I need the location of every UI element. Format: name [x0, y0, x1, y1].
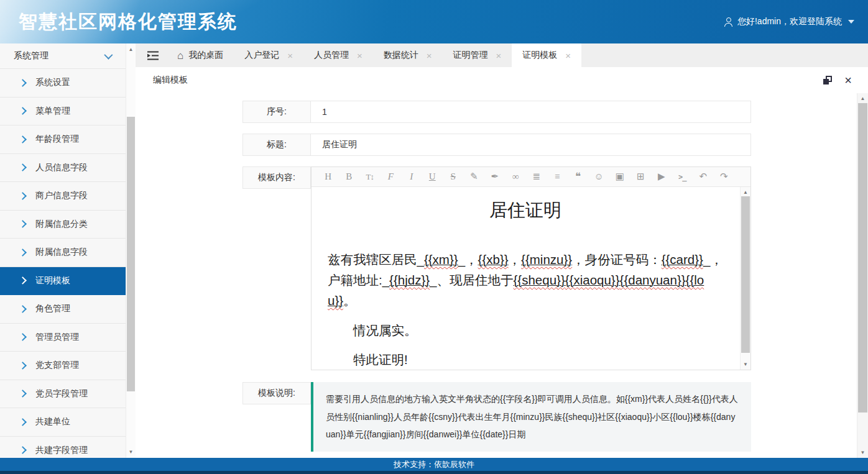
video-icon[interactable]: ▶ — [651, 172, 672, 181]
strikethrough-icon[interactable]: S — [443, 172, 464, 181]
scroll-down-icon[interactable]: ▼ — [126, 449, 136, 455]
sidebar-group-system[interactable]: 系统管理 — [0, 43, 126, 69]
chevron-down-icon — [848, 20, 854, 24]
close-tab-icon[interactable]: × — [287, 51, 293, 60]
list-icon[interactable]: ≣ — [526, 172, 547, 181]
user-greeting: 您好!admin，欢迎登陆系统 — [737, 16, 842, 27]
scroll-down-icon[interactable]: ▼ — [741, 362, 750, 367]
chevron-right-icon — [19, 362, 27, 370]
chevron-right-icon — [19, 276, 27, 285]
table-icon[interactable]: ⊞ — [630, 172, 652, 181]
field-value-input[interactable]: 1 — [311, 101, 751, 123]
template-token: {{shequ}} — [514, 273, 565, 287]
sidebar-item[interactable]: 党支部管理 — [0, 352, 126, 380]
template-token: {{xm}} — [424, 252, 458, 267]
tab-证明管理[interactable]: 证明管理× — [443, 43, 512, 67]
form-row: 标题:居住证明 — [242, 134, 857, 156]
underline-icon[interactable]: U — [422, 172, 443, 181]
tab-我的桌面[interactable]: ⌂我的桌面 — [167, 43, 234, 67]
scrollbar-thumb[interactable] — [741, 196, 750, 353]
top-header: 智慧社区网格化管理系统 您好!admin，欢迎登陆系统 — [0, 0, 868, 43]
sidebar-item-label: 党支部管理 — [35, 360, 79, 371]
sidebar-item[interactable]: 附属信息字段 — [0, 239, 126, 267]
collapse-menu-icon[interactable] — [147, 50, 159, 61]
chevron-right-icon — [19, 446, 27, 454]
footer-text: 技术支持：依歆辰软件 — [0, 458, 868, 471]
tab-证明模板[interactable]: 证明模板× — [512, 43, 581, 67]
close-tab-icon[interactable]: × — [496, 51, 502, 60]
scrollbar-thumb[interactable] — [127, 117, 135, 391]
editor-toolbar: HBT↕FIUS✎✒∞≣≡❝☺▣⊞▶>_↶↷ — [312, 167, 750, 187]
scroll-up-icon[interactable]: ▲ — [857, 96, 868, 101]
main-area: ⌂我的桌面入户登记×人员管理×数据统计×证明管理×证明模板× 编辑模板 × 序号… — [136, 43, 868, 458]
bold-icon[interactable]: B — [339, 172, 360, 181]
scroll-up-icon[interactable]: ▲ — [126, 47, 136, 52]
tab-数据统计[interactable]: 数据统计× — [373, 43, 443, 67]
restore-window-icon[interactable] — [823, 76, 832, 84]
scrollbar-thumb[interactable] — [858, 103, 867, 412]
main-scrollbar[interactable]: ▲ ▼ — [857, 93, 868, 458]
rich-text-editor[interactable]: HBT↕FIUS✎✒∞≣≡❝☺▣⊞▶>_↶↷ 居住证明 兹有我辖区居民_{{xm… — [311, 166, 751, 370]
pen-icon[interactable]: ✎ — [464, 172, 485, 181]
close-tab-icon[interactable]: × — [357, 51, 362, 60]
image-icon[interactable]: ▣ — [609, 172, 630, 181]
document-paragraph: 特此证明! — [328, 349, 723, 370]
chevron-right-icon — [19, 333, 27, 341]
emoji-icon[interactable]: ☺ — [589, 172, 610, 181]
chevron-right-icon — [19, 220, 27, 228]
tab-label: 证明模板 — [522, 50, 557, 61]
document-paragraph: 情况属实。 — [328, 320, 723, 340]
sidebar-item-label: 附属信息分类 — [35, 219, 88, 230]
redo-icon[interactable]: ↷ — [714, 172, 735, 181]
close-panel-icon[interactable]: × — [844, 74, 852, 86]
field-value-input[interactable]: 居住证明 — [311, 134, 751, 156]
sidebar-item[interactable]: 角色管理 — [0, 295, 126, 324]
sidebar-item[interactable]: 管理员管理 — [0, 324, 126, 352]
scroll-up-icon[interactable]: ▲ — [741, 189, 750, 195]
font-size-icon[interactable]: T↕ — [359, 173, 381, 181]
brush-icon[interactable]: ✒ — [484, 172, 506, 181]
template-note: 需要引用人员信息的地方输入英文半角状态的{{字段名}}即可调用人员信息。如{{x… — [311, 382, 751, 452]
chevron-right-icon — [19, 305, 27, 313]
sidebar-item-label: 管理员管理 — [35, 332, 79, 343]
sidebar-item[interactable]: 菜单管理 — [0, 98, 126, 126]
sidebar-item[interactable]: 证明模板 — [0, 267, 126, 296]
sidebar-item[interactable]: 人员信息字段 — [0, 154, 126, 183]
footer: 技术支持：依歆辰软件 — [0, 458, 868, 474]
close-tab-icon[interactable]: × — [427, 51, 432, 60]
link-icon[interactable]: ∞ — [506, 172, 527, 181]
tab-人员管理[interactable]: 人员管理× — [303, 43, 373, 67]
tab-入户登记[interactable]: 入户登记× — [234, 43, 303, 67]
sidebar-item[interactable]: 年龄段管理 — [0, 125, 126, 154]
close-tab-icon[interactable]: × — [565, 51, 571, 60]
user-menu[interactable]: 您好!admin，欢迎登陆系统 — [724, 16, 854, 27]
italic-icon[interactable]: I — [401, 172, 422, 181]
sidebar-item[interactable]: 商户信息字段 — [0, 182, 126, 211]
font-family-icon[interactable]: F — [381, 172, 402, 181]
undo-icon[interactable]: ↶ — [693, 172, 714, 181]
chevron-right-icon — [19, 418, 27, 426]
sidebar-item[interactable]: 共建单位 — [0, 408, 126, 437]
sidebar-scrollbar[interactable]: ▲ ▼ — [126, 43, 136, 458]
field-label: 序号: — [242, 101, 311, 123]
sidebar-item[interactable]: 附属信息分类 — [0, 211, 126, 239]
tab-label: 我的桌面 — [188, 50, 223, 61]
editor-scrollbar[interactable]: ▲ ▼ — [740, 187, 750, 370]
sidebar-item[interactable]: 系统设置 — [0, 69, 126, 98]
tab-label: 人员管理 — [314, 50, 349, 61]
code-icon[interactable]: >_ — [672, 173, 693, 181]
sidebar-item[interactable]: 党员字段管理 — [0, 380, 126, 409]
sidebar-item-label: 年龄段管理 — [35, 134, 79, 145]
heading-icon[interactable]: H — [318, 172, 339, 181]
template-token: {{hjdz}} — [389, 273, 430, 287]
sidebar-item-label: 人员信息字段 — [35, 162, 88, 173]
tab-label: 证明管理 — [453, 50, 488, 61]
chevron-down-icon — [104, 51, 113, 60]
user-icon — [724, 17, 733, 27]
field-label: 标题: — [242, 134, 311, 156]
align-icon[interactable]: ≡ — [547, 172, 568, 181]
editor-content[interactable]: 居住证明 兹有我辖区居民_{{xm}}_，{{xb}}，{{minzu}}，身份… — [312, 187, 750, 370]
scroll-down-icon[interactable]: ▼ — [857, 450, 868, 455]
quote-icon[interactable]: ❝ — [568, 171, 589, 182]
sidebar-group-label: 系统管理 — [14, 50, 48, 62]
